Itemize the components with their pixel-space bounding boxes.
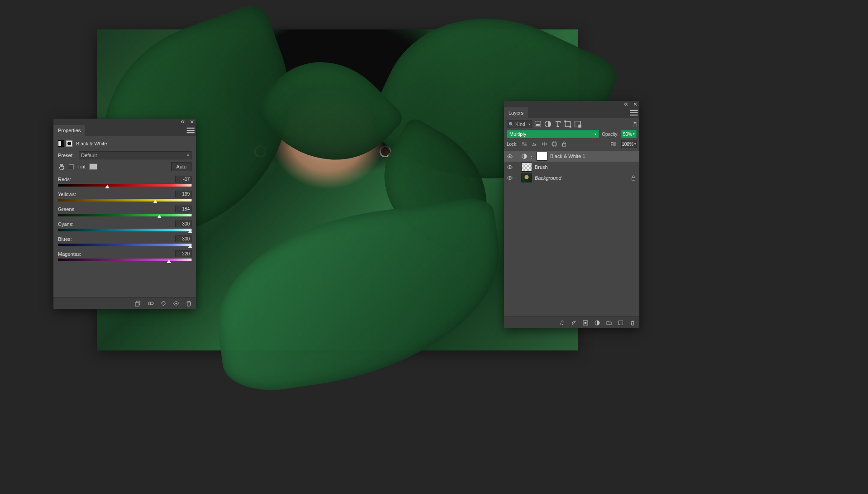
tint-color-swatch[interactable] <box>89 163 97 170</box>
svg-rect-13 <box>524 144 527 146</box>
tint-row: Tint Auto <box>58 162 192 171</box>
visibility-toggle-icon[interactable] <box>507 153 513 159</box>
clip-to-layer-icon[interactable] <box>134 300 142 307</box>
new-layer-icon[interactable] <box>618 320 624 326</box>
close-icon[interactable] <box>190 120 194 124</box>
slider-value-input[interactable]: 184 <box>175 206 192 212</box>
slider-value-input[interactable]: 300 <box>175 221 192 227</box>
slider-thumb[interactable] <box>188 245 192 248</box>
layer-thumb[interactable] <box>521 163 532 172</box>
opacity-input[interactable]: 50%▾ <box>621 130 637 138</box>
lock-position-icon[interactable] <box>541 141 547 147</box>
filter-shape-icon[interactable] <box>564 120 572 128</box>
layer-style-icon[interactable] <box>571 320 577 326</box>
panel-menu-icon[interactable] <box>628 107 639 118</box>
svg-rect-17 <box>562 144 566 146</box>
lock-all-icon[interactable] <box>561 141 567 147</box>
slider-label: Yellows: <box>58 192 76 197</box>
view-previous-icon[interactable] <box>147 300 154 307</box>
auto-button[interactable]: Auto <box>171 162 192 171</box>
slider-label: Greens: <box>58 206 76 212</box>
reset-icon[interactable] <box>160 300 167 307</box>
layers-panel: Layers 🔍 Kind ▾ Multiply ▾ Opacity: <box>504 101 639 328</box>
adjustment-heading: Black & White <box>58 139 192 150</box>
slider-track[interactable] <box>58 259 192 261</box>
filter-kind-dropdown[interactable]: 🔍 Kind ▾ <box>507 120 532 128</box>
svg-rect-14 <box>524 142 527 144</box>
blend-mode-value: Multiply <box>509 131 526 137</box>
tint-checkbox[interactable] <box>69 164 74 169</box>
slider-value-input[interactable]: 220 <box>175 250 192 257</box>
chevron-down-icon: ▾ <box>634 142 636 146</box>
slider-track[interactable] <box>58 244 192 246</box>
slider-reds: Reds: -17 <box>58 176 192 187</box>
slider-value-input[interactable]: 300 <box>175 235 192 242</box>
layers-list: ⋮ Black & White 1 Brush Background <box>504 151 639 183</box>
layer-thumb[interactable] <box>521 173 532 182</box>
lock-icon[interactable] <box>630 175 637 181</box>
layer-name[interactable]: Brush <box>535 164 548 170</box>
layer-row[interactable]: Background <box>504 173 639 183</box>
lock-transparency-icon[interactable] <box>521 141 528 147</box>
svg-point-23 <box>575 321 576 321</box>
slider-thumb[interactable] <box>105 185 110 188</box>
svg-rect-5 <box>536 124 540 126</box>
close-icon[interactable] <box>633 102 638 106</box>
svg-point-21 <box>509 177 511 179</box>
layer-filter-row: 🔍 Kind ▾ <box>507 120 637 128</box>
layer-row[interactable]: ⋮ Black & White 1 <box>504 151 639 162</box>
filter-adjustment-icon[interactable] <box>544 120 552 128</box>
filter-smartobject-icon[interactable] <box>574 120 582 128</box>
slider-thumb[interactable] <box>167 259 171 263</box>
collapse-icon[interactable] <box>624 102 628 106</box>
fill-input[interactable]: 100%▾ <box>621 140 637 148</box>
visibility-toggle-icon[interactable] <box>507 175 513 181</box>
slider-track[interactable] <box>58 184 192 187</box>
lock-row: Lock: Fill: 100%▾ <box>507 140 637 148</box>
slider-thumb[interactable] <box>188 230 192 233</box>
new-group-icon[interactable] <box>606 320 612 326</box>
lock-image-icon[interactable] <box>531 141 537 147</box>
panel-menu-icon[interactable] <box>185 125 196 136</box>
toggle-visibility-icon[interactable] <box>173 300 180 307</box>
link-layers-icon[interactable] <box>559 320 565 326</box>
slider-blues: Blues: 300 <box>58 235 192 246</box>
targeted-adjustment-icon[interactable] <box>58 163 65 170</box>
layer-mask-thumb[interactable] <box>537 152 547 161</box>
new-adjustment-icon[interactable] <box>594 320 600 326</box>
preset-dropdown[interactable]: Default ▾ <box>79 151 192 159</box>
filter-toggle[interactable] <box>633 121 637 127</box>
lock-artboard-icon[interactable] <box>551 141 557 147</box>
add-mask-icon[interactable] <box>582 320 589 326</box>
fill-label: Fill: <box>610 142 618 147</box>
svg-rect-15 <box>522 144 524 146</box>
tab-layers[interactable]: Layers <box>504 107 528 118</box>
trash-icon[interactable] <box>185 300 192 307</box>
layer-name[interactable]: Background <box>535 175 561 181</box>
filter-type-icon[interactable] <box>554 120 562 128</box>
svg-rect-0 <box>135 302 139 306</box>
svg-point-3 <box>175 302 177 304</box>
filter-kind-label: Kind <box>515 121 525 127</box>
slider-track[interactable] <box>58 229 192 231</box>
layer-row[interactable]: Brush <box>504 162 639 173</box>
opacity-value: 50% <box>623 132 632 137</box>
layer-name[interactable]: Black & White 1 <box>550 153 585 159</box>
visibility-toggle-icon[interactable] <box>507 164 513 170</box>
svg-rect-11 <box>578 125 581 127</box>
slider-thumb[interactable] <box>153 200 158 203</box>
panel-tabs: Layers <box>504 107 639 118</box>
slider-track[interactable] <box>58 214 192 216</box>
slider-track[interactable] <box>58 199 192 201</box>
slider-value-input[interactable]: 169 <box>175 191 192 197</box>
trash-icon[interactable] <box>629 320 636 326</box>
tab-properties[interactable]: Properties <box>53 125 86 136</box>
collapse-icon[interactable] <box>181 120 185 124</box>
svg-point-18 <box>509 156 511 157</box>
slider-value-input[interactable]: -17 <box>175 176 192 182</box>
blend-mode-dropdown[interactable]: Multiply ▾ <box>507 130 599 138</box>
filter-pixel-icon[interactable] <box>534 120 542 128</box>
svg-rect-9 <box>570 126 571 128</box>
slider-greens: Greens: 184 <box>58 206 192 216</box>
slider-thumb[interactable] <box>157 215 162 218</box>
